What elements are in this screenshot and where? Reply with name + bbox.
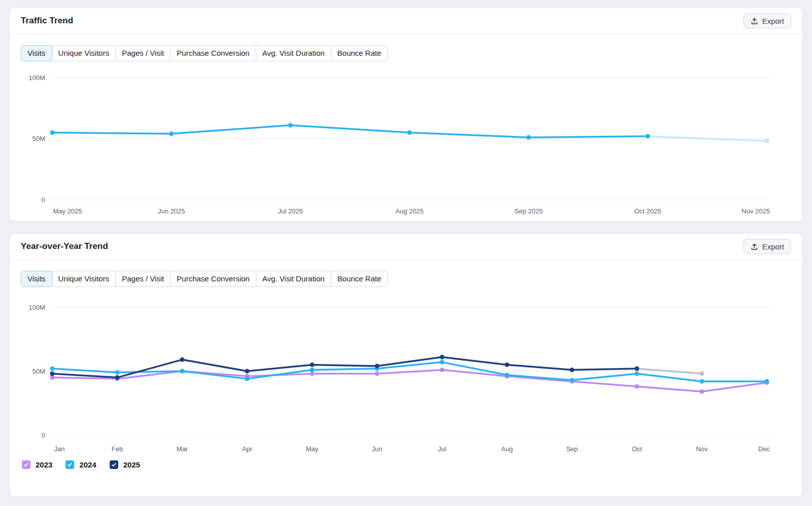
export-button-label: Export bbox=[762, 17, 784, 25]
tab-purchase-conversion[interactable]: Purchase Conversion bbox=[170, 45, 256, 61]
tab-pages-visit[interactable]: Pages / Visit bbox=[115, 271, 171, 287]
page-title-yoy-trend: Year-over-Year Trend bbox=[21, 241, 108, 251]
svg-text:0: 0 bbox=[42, 431, 45, 439]
legend-item-2023[interactable]: 2023 bbox=[22, 460, 52, 469]
svg-text:Feb: Feb bbox=[112, 445, 123, 453]
svg-text:May: May bbox=[306, 445, 319, 453]
tab-unique-visitors[interactable]: Unique Visitors bbox=[52, 271, 116, 287]
check-icon bbox=[67, 462, 73, 467]
checkbox-2023-checked[interactable] bbox=[22, 460, 30, 469]
svg-text:Sep: Sep bbox=[566, 445, 578, 453]
upload-icon bbox=[751, 243, 758, 250]
svg-text:Apr: Apr bbox=[242, 445, 253, 453]
svg-text:50M: 50M bbox=[32, 368, 45, 375]
page-title-traffic-trend: Traffic Trend bbox=[21, 16, 73, 26]
yoy-trend-content: VisitsUnique VisitorsPages / VisitPurcha… bbox=[10, 260, 802, 469]
svg-text:Dec: Dec bbox=[758, 445, 770, 453]
svg-text:Jul: Jul bbox=[438, 445, 447, 453]
svg-text:0: 0 bbox=[42, 196, 45, 204]
svg-text:Aug: Aug bbox=[501, 445, 513, 453]
export-button-yoy[interactable]: Export bbox=[743, 239, 791, 254]
checkbox-2024-checked[interactable] bbox=[65, 460, 74, 469]
check-icon bbox=[23, 462, 29, 467]
tab-visits[interactable]: Visits bbox=[21, 271, 52, 287]
yoy-trend-chart[interactable]: 050M100MJanFebMarAprMayJunJulAugSepOctNo… bbox=[21, 295, 791, 456]
tab-purchase-conversion[interactable]: Purchase Conversion bbox=[170, 271, 256, 287]
upload-icon bbox=[751, 17, 758, 25]
metric-tabs-traffic-trend: VisitsUnique VisitorsPages / VisitPurcha… bbox=[21, 45, 388, 61]
svg-text:May 2025: May 2025 bbox=[53, 207, 82, 215]
svg-text:100M: 100M bbox=[28, 304, 45, 311]
svg-text:Nov: Nov bbox=[696, 445, 708, 453]
yoy-legend: 202320242025 bbox=[21, 460, 791, 469]
svg-text:100M: 100M bbox=[28, 74, 45, 82]
svg-text:Aug 2025: Aug 2025 bbox=[395, 207, 424, 215]
svg-text:Nov 2025: Nov 2025 bbox=[741, 207, 770, 215]
tab-visits[interactable]: Visits bbox=[21, 45, 52, 61]
svg-text:Jul 2025: Jul 2025 bbox=[278, 207, 303, 215]
tab-bounce-rate[interactable]: Bounce Rate bbox=[331, 271, 388, 287]
tab-unique-visitors[interactable]: Unique Visitors bbox=[52, 45, 116, 61]
legend-item-2025[interactable]: 2025 bbox=[110, 460, 140, 469]
yoy-trend-header: Year-over-Year Trend Export bbox=[10, 234, 802, 260]
traffic-trend-chart[interactable]: 050M100MMay 2025Jun 2025Jul 2025Aug 2025… bbox=[21, 69, 791, 218]
svg-text:50M: 50M bbox=[32, 135, 45, 142]
svg-text:Oct 2025: Oct 2025 bbox=[634, 207, 661, 215]
export-button-label: Export bbox=[762, 242, 784, 251]
legend-item-2024[interactable]: 2024 bbox=[65, 460, 96, 469]
check-icon bbox=[111, 462, 117, 467]
svg-text:Sep 2025: Sep 2025 bbox=[515, 207, 543, 215]
svg-text:Jan: Jan bbox=[54, 445, 65, 453]
traffic-trend-header: Traffic Trend Export bbox=[10, 8, 802, 34]
svg-text:Oct: Oct bbox=[632, 445, 642, 453]
legend-label: 2023 bbox=[36, 460, 52, 469]
traffic-trend-panel: Traffic Trend Export VisitsUnique Visito… bbox=[9, 8, 803, 222]
tab-avg-visit-duration[interactable]: Avg. Visit Duration bbox=[256, 271, 331, 287]
export-button[interactable]: Export bbox=[743, 13, 791, 28]
tab-avg-visit-duration[interactable]: Avg. Visit Duration bbox=[256, 45, 331, 61]
svg-text:Jun 2025: Jun 2025 bbox=[158, 207, 185, 215]
traffic-trend-content: VisitsUnique VisitorsPages / VisitPurcha… bbox=[10, 34, 802, 218]
svg-text:Jun: Jun bbox=[372, 445, 383, 453]
tab-pages-visit[interactable]: Pages / Visit bbox=[115, 45, 171, 61]
screen: Traffic Trend Export VisitsUnique Visito… bbox=[0, 8, 812, 506]
legend-label: 2024 bbox=[79, 460, 96, 469]
yoy-trend-panel: Year-over-Year Trend Export VisitsUnique… bbox=[9, 233, 803, 497]
legend-label: 2025 bbox=[123, 460, 140, 469]
checkbox-2025-checked[interactable] bbox=[110, 460, 118, 469]
svg-text:Mar: Mar bbox=[177, 445, 188, 453]
metric-tabs-yoy-trend: VisitsUnique VisitorsPages / VisitPurcha… bbox=[21, 271, 388, 287]
tab-bounce-rate[interactable]: Bounce Rate bbox=[331, 45, 388, 61]
